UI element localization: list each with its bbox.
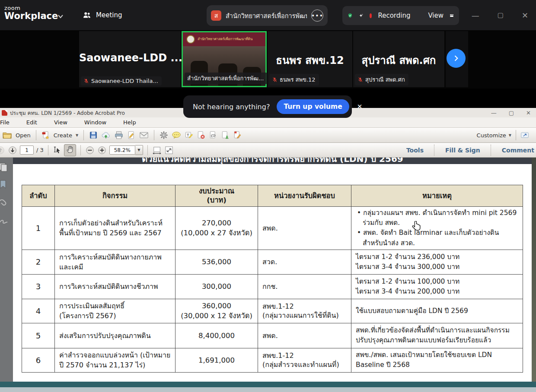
share-window-icon[interactable] <box>520 131 529 139</box>
email-icon[interactable] <box>139 131 149 139</box>
signatures-icon[interactable] <box>0 216 9 228</box>
acrobat-maximize-icon[interactable]: ▢ <box>509 110 514 116</box>
canvas-right-shade <box>532 158 536 382</box>
acrobat-minimize-icon[interactable]: — <box>491 110 497 116</box>
participant-label: ธนพร สพข.12 <box>269 74 319 85</box>
slide-footer-strip <box>0 382 536 387</box>
ai-companion-icon[interactable] <box>359 11 364 20</box>
cloud-upload-icon[interactable] <box>101 131 111 139</box>
open-folder-icon[interactable] <box>3 131 12 139</box>
zoom-out-icon[interactable] <box>85 145 95 155</box>
acrobat-close-icon[interactable]: ✕ <box>526 110 531 116</box>
tools-panel-button[interactable]: Tools <box>396 147 434 154</box>
fit-width-icon[interactable] <box>152 146 162 155</box>
fill-sign-panel-button[interactable]: Fill & Sign <box>435 147 491 154</box>
sign-document-icon[interactable] <box>127 131 136 139</box>
open-button[interactable]: Open <box>16 132 31 139</box>
table-row: 6ค่าสำรวจออกแบบล่วงหน้า (เป้าหมาย ปี 257… <box>22 348 523 372</box>
view-button[interactable]: View <box>428 12 443 19</box>
page-total-label: / 3 <box>36 147 44 153</box>
close-icon[interactable]: ✕ <box>522 11 528 20</box>
table-header-row: ลำดับ กิจกรรม งบประมาณ (บาท) หน่วยงานรับ… <box>22 185 523 207</box>
pdf-canvas[interactable]: ด้วยแนวคิดความสมดุลของการจัดการทรัพยากรท… <box>0 158 536 382</box>
comment-panel-button[interactable]: Comment <box>491 147 536 154</box>
print-icon[interactable] <box>114 131 124 139</box>
cell-budget: 300,000 <box>175 274 258 299</box>
page-number-input[interactable]: 1 <box>20 145 34 155</box>
zoom-in-icon[interactable] <box>97 145 107 155</box>
department-logo <box>186 35 195 44</box>
brand-zoom: zoom <box>4 5 58 11</box>
participant-label-text: Saowanee-LDD Thaila... <box>91 78 158 84</box>
meeting-tab-label: Meeting <box>96 11 122 19</box>
participant-label: สุปราณี สพด.ศก <box>355 74 408 85</box>
attach-page-icon[interactable] <box>209 131 217 139</box>
toast-close-icon[interactable]: ✕ <box>357 103 363 111</box>
hand-cursor <box>412 221 421 232</box>
svg-text:T: T <box>187 133 189 137</box>
page-thumbnails-icon[interactable] <box>0 162 9 173</box>
minimize-icon[interactable]: — <box>472 11 479 20</box>
participant-tile[interactable]: ธนพร สพข.12 ธนพร สพข.12 <box>268 31 352 87</box>
menu-window[interactable]: Window <box>79 119 106 126</box>
maximize-icon[interactable]: ▢ <box>498 11 504 19</box>
cell-no: 6 <box>22 348 55 372</box>
slide-title: ด้วยแนวคิดความสมดุลของการจัดการทรัพยากรท… <box>13 158 532 164</box>
cell-activity: การวิเคราะห์สมบัติดินทางกายภาพและเคมี <box>55 250 175 274</box>
bookmarks-icon[interactable] <box>0 179 9 190</box>
recording-dot-icon <box>370 13 372 18</box>
fit-page-icon[interactable] <box>164 146 174 155</box>
delete-page-icon[interactable] <box>197 131 205 139</box>
video-room-banner: สำนักวิทยาศาสตร์เพื่อการพัฒนาที่ดิน <box>183 32 265 46</box>
export-page-icon[interactable] <box>221 131 230 139</box>
hand-tool-button[interactable] <box>64 144 76 156</box>
tab-shared-app[interactable]: ส สำนักวิทยาศาสตร์เพื่อการพัฒนาท ••• <box>207 5 328 26</box>
comment-bubble-icon[interactable] <box>172 131 181 139</box>
cell-unit: สวด. <box>258 250 351 274</box>
meeting-status-pill: Recording View <box>342 6 459 25</box>
shared-app-title: สำนักวิทยาศาสตร์เพื่อการพัฒนาท <box>226 11 307 21</box>
menu-file[interactable]: File <box>0 119 10 126</box>
create-pdf-icon[interactable] <box>41 131 50 139</box>
menu-view[interactable]: View <box>48 119 67 126</box>
edit-form-icon[interactable] <box>233 131 242 139</box>
next-participants-button[interactable] <box>447 49 466 68</box>
tab-meeting[interactable]: Meeting <box>82 8 122 22</box>
cell-activity: ส่งเสริมการปรับปรุงคุณภาพดิน <box>55 323 175 348</box>
cell-no: 3 <box>22 274 55 299</box>
create-dropdown-arrow-icon[interactable]: ▼ <box>76 133 78 137</box>
participant-tile[interactable]: Saowanee-LDD ... Saowanee-LDD Thaila... <box>79 31 181 87</box>
more-options-icon[interactable]: ••• <box>311 9 323 22</box>
zoom-level-input[interactable]: 58.2% <box>109 145 135 155</box>
cell-budget: 8,400,000 <box>175 323 258 348</box>
attachments-icon[interactable] <box>0 197 9 209</box>
mic-muted-icon <box>83 78 89 84</box>
previous-page-icon[interactable] <box>0 145 5 155</box>
select-tool-icon[interactable] <box>53 146 61 155</box>
highlight-text-icon[interactable]: T <box>185 131 193 139</box>
cell-budget: 1,691,000 <box>175 348 258 372</box>
create-button[interactable]: Create <box>54 132 72 139</box>
table-row: 5ส่งเสริมการปรับปรุงคุณภาพดิน8,400,000สพ… <box>22 323 523 348</box>
turn-up-volume-button[interactable]: Turn up volume <box>277 99 349 114</box>
gear-icon[interactable] <box>160 131 168 139</box>
chevron-down-icon[interactable] <box>57 13 64 20</box>
zoom-workplace-logo: zoom Workplace <box>4 5 58 21</box>
acrobat-menu-bar: File Edit View Window Help <box>0 117 536 128</box>
acrobat-panel-links: Tools Fill & Sign Comment <box>396 143 536 157</box>
taskbar-edge <box>0 387 536 392</box>
customize-dropdown-arrow-icon[interactable]: ▼ <box>509 133 511 137</box>
banner-text: สำนักวิทยาศาสตร์เพื่อการพัฒนาที่ดิน <box>198 37 252 41</box>
next-page-icon[interactable] <box>8 145 17 155</box>
customize-button[interactable]: Customize <box>477 132 506 139</box>
menu-edit[interactable]: Edit <box>21 119 37 126</box>
view-grid-icon[interactable] <box>450 11 454 20</box>
participant-tile-video[interactable]: สำนักวิทยาศาสตร์เพื่อการพัฒนาที่ดิน สำนั… <box>182 31 267 87</box>
menu-help[interactable]: Help <box>118 119 136 126</box>
zoom-dropdown-icon[interactable]: ▼ <box>135 145 143 155</box>
security-shield-icon[interactable] <box>348 10 353 21</box>
hand-tool-icon <box>66 145 74 154</box>
save-icon[interactable] <box>89 131 98 139</box>
participant-tile[interactable]: สุปราณี สพด.ศก สุปราณี สพด.ศก <box>353 31 444 87</box>
cell-remark: สพด.ที่เกี่ยวข้องจัดส่งพื้นที่ดำเนินการแ… <box>351 323 523 348</box>
